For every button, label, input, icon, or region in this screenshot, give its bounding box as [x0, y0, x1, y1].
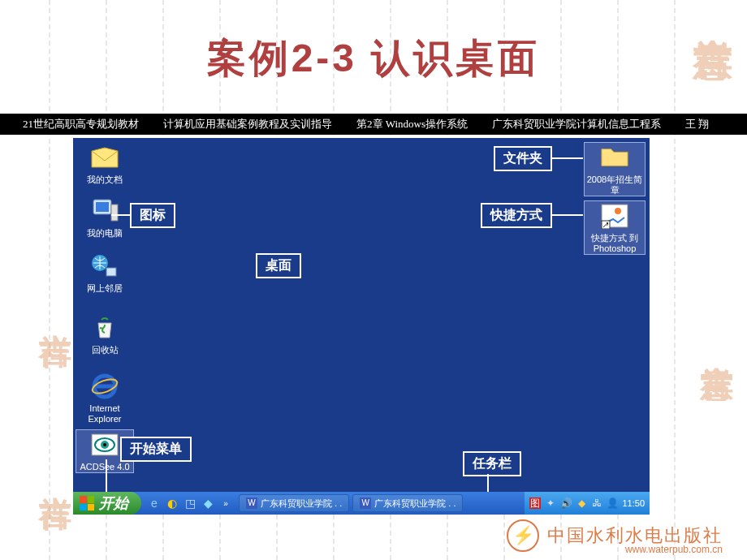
svg-marker-0: [92, 148, 118, 167]
icon-label: 网上邻居: [76, 283, 133, 294]
callout-folder: 文件夹: [494, 146, 552, 171]
crumb-1: 21世纪高职高专规划教材: [23, 117, 139, 131]
chevron-icon[interactable]: »: [219, 497, 232, 510]
envelope-icon: [90, 143, 119, 172]
media-icon[interactable]: ◐: [166, 497, 179, 510]
svg-point-13: [615, 208, 621, 214]
callout-shortcut: 快捷方式: [481, 203, 552, 228]
start-button[interactable]: 开始: [73, 492, 141, 515]
desktop-icon[interactable]: ◳: [184, 497, 196, 510]
icon-label: 回收站: [76, 345, 133, 355]
callout-desktop: 桌面: [256, 253, 301, 278]
taskbar: 开始 e ◐ ◳ ◆ » W 广东科贸职业学院 . . W 广东科贸职业学院 .…: [73, 492, 650, 515]
windows-logo-icon: [80, 496, 94, 510]
photoshop-icon: [600, 201, 629, 230]
volume-icon[interactable]: 🔊: [560, 498, 572, 509]
folder-icon: [600, 143, 629, 172]
svg-rect-5: [106, 268, 116, 276]
crumb-2: 计算机应用基础案例教程及实训指导: [163, 117, 332, 131]
network-icon[interactable]: 🖧: [591, 498, 602, 509]
svg-point-11: [103, 443, 106, 446]
start-label: 开始: [99, 493, 128, 513]
eye-icon: [90, 430, 119, 459]
icon-label: Internet Explorer: [76, 403, 133, 424]
system-tray: 图 ✦ 🔊 ◆ 🖧 👤 11:50: [525, 492, 650, 515]
tray-icon[interactable]: ◆: [576, 498, 587, 509]
desktop-icon-network[interactable]: 网上邻居: [76, 252, 133, 294]
publisher-brand: ⚡ 中国水利水电出版社 www.waterpub.com.cn: [507, 519, 723, 552]
app-icon[interactable]: ◆: [201, 497, 214, 510]
slide-title: 案例2-3 认识桌面: [0, 32, 747, 84]
word-icon: W: [360, 498, 371, 509]
leader-folder: [552, 157, 583, 159]
desktop-area[interactable]: 我的文档 我的电脑 网上邻居 回收站 Internet Explorer ACD…: [73, 138, 650, 515]
tray-icon[interactable]: ✦: [545, 498, 556, 509]
publisher-url: www.waterpub.com.cn: [625, 544, 723, 555]
desktop-icon-my-documents[interactable]: 我的文档: [76, 143, 133, 185]
ie-icon: [90, 372, 119, 401]
icon-label: 快捷方式 到 Photoshop: [585, 233, 645, 254]
recycle-icon: [90, 313, 119, 342]
icon-label: ACDSee 4.0: [76, 462, 133, 472]
svg-rect-2: [96, 202, 109, 212]
leader-shortcut: [552, 214, 583, 216]
desktop-icon-ie[interactable]: Internet Explorer: [76, 372, 133, 424]
leader-icon: [111, 214, 130, 216]
crumb-5: 王 翔: [685, 117, 709, 131]
desktop-icon-photoshop-shortcut[interactable]: 快捷方式 到 Photoshop: [585, 201, 645, 254]
computer-icon: [90, 196, 119, 226]
crumb-4: 广东科贸职业学院计算机信息工程系: [492, 117, 661, 131]
taskbar-item-2[interactable]: W 广东科贸职业学院 . .: [352, 494, 463, 512]
network-icon: [90, 252, 119, 281]
msn-icon[interactable]: 👤: [607, 498, 618, 509]
icon-label: 2008年招生简章: [585, 174, 645, 196]
breadcrumb: 21世纪高职高专规划教材 计算机应用基础案例教程及实训指导 第2章 Window…: [0, 114, 747, 135]
tray-icon[interactable]: 图: [529, 498, 541, 509]
desktop-icon-folder-2008[interactable]: 2008年招生简章: [585, 143, 645, 196]
leader-taskbar: [487, 474, 489, 492]
publisher-logo-icon: ⚡: [507, 519, 539, 552]
callout-taskbar: 任务栏: [463, 451, 521, 476]
callout-icon: 图标: [130, 203, 175, 228]
desktop-icon-recycle-bin[interactable]: 回收站: [76, 313, 133, 355]
word-icon: W: [246, 498, 257, 509]
svg-rect-3: [111, 205, 118, 221]
icon-label: 我的文档: [76, 174, 133, 185]
task-label: 广东科贸职业学院 . .: [261, 498, 342, 510]
quick-launch: e ◐ ◳ ◆ »: [141, 497, 239, 510]
callout-startmenu: 开始菜单: [120, 437, 192, 462]
icon-label: 我的电脑: [76, 228, 133, 239]
ie-icon[interactable]: e: [148, 497, 161, 510]
desktop-icon-my-computer[interactable]: 我的电脑: [76, 196, 133, 239]
leader-startmenu: [106, 459, 107, 492]
taskbar-item-1[interactable]: W 广东科贸职业学院 . .: [239, 494, 349, 512]
crumb-3: 第2章 Windows操作系统: [356, 117, 468, 131]
clock[interactable]: 11:50: [622, 498, 645, 508]
task-label: 广东科贸职业学院 . .: [374, 498, 456, 510]
